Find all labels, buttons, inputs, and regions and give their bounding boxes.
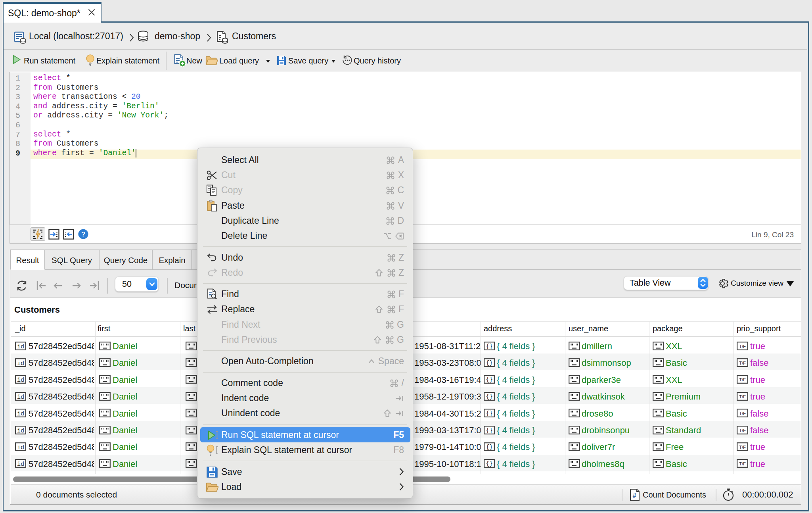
svg-text:T/F: T/F bbox=[739, 344, 746, 348]
svg-text:{}: {} bbox=[486, 343, 492, 350]
svg-text:?: ? bbox=[81, 231, 85, 238]
svg-text:T/F: T/F bbox=[739, 394, 746, 399]
svg-text:T/F: T/F bbox=[739, 461, 746, 466]
svg-text:{}: {} bbox=[486, 444, 492, 450]
svg-text:id: id bbox=[17, 427, 24, 434]
svg-text:id: id bbox=[17, 360, 24, 367]
svg-text:id: id bbox=[17, 461, 24, 468]
svg-text:T/F: T/F bbox=[739, 377, 746, 382]
svg-text:T/F: T/F bbox=[739, 360, 746, 365]
svg-text:#: # bbox=[633, 492, 636, 499]
svg-text:id: id bbox=[17, 394, 24, 400]
svg-text:id: id bbox=[17, 411, 24, 417]
svg-text:T/F: T/F bbox=[739, 411, 746, 416]
svg-text:T/F: T/F bbox=[739, 444, 746, 449]
svg-text:{}: {} bbox=[486, 410, 492, 417]
svg-text:{}: {} bbox=[486, 360, 492, 366]
svg-text:{}: {} bbox=[486, 394, 492, 400]
svg-text:{}: {} bbox=[486, 427, 492, 434]
svg-text:id: id bbox=[17, 377, 24, 384]
svg-text:T/F: T/F bbox=[739, 428, 746, 432]
svg-text:id: id bbox=[17, 444, 24, 451]
svg-text:{}: {} bbox=[486, 461, 492, 467]
svg-text:id: id bbox=[17, 343, 24, 350]
svg-text:{}: {} bbox=[486, 377, 492, 383]
